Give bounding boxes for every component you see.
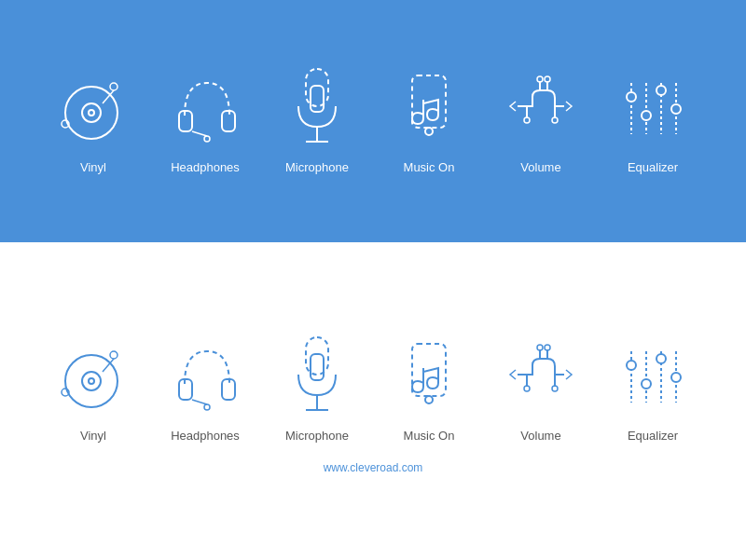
- svg-line-37: [192, 400, 207, 404]
- svg-rect-39: [311, 354, 324, 380]
- bottom-microphone-item: Microphone: [261, 328, 373, 443]
- svg-point-30: [89, 378, 94, 384]
- top-microphone-item: Microphone: [261, 60, 373, 174]
- svg-point-24: [627, 92, 636, 102]
- bottom-vinyl-label: Vinyl: [80, 429, 106, 443]
- svg-point-36: [204, 404, 210, 410]
- bottom-volume-item: Volume: [485, 328, 597, 443]
- top-headphones-icon: [163, 60, 247, 153]
- bottom-music-icon: [387, 328, 471, 421]
- top-music-item: Music On: [373, 60, 485, 174]
- svg-point-31: [110, 351, 117, 359]
- svg-point-8: [204, 136, 210, 142]
- top-microphone-label: Microphone: [285, 160, 349, 174]
- bottom-microphone-label: Microphone: [285, 429, 349, 443]
- svg-point-29: [82, 372, 101, 390]
- top-music-icon: [387, 60, 471, 153]
- svg-point-26: [656, 86, 666, 95]
- top-volume-icon: [499, 60, 583, 153]
- top-music-label: Music On: [404, 160, 455, 174]
- bottom-music-item: Music On: [373, 328, 485, 443]
- svg-point-25: [642, 111, 651, 120]
- svg-point-54: [656, 354, 666, 363]
- bottom-headphones-icon: [163, 328, 247, 421]
- top-volume-label: Volume: [520, 160, 560, 174]
- svg-rect-11: [311, 86, 324, 112]
- svg-point-27: [671, 104, 681, 114]
- bottom-volume-label: Volume: [520, 429, 560, 443]
- svg-point-43: [425, 396, 433, 403]
- svg-line-9: [192, 131, 207, 136]
- top-section: Vinyl Headphones: [0, 0, 746, 242]
- bottom-equalizer-item: Equalizer: [597, 328, 709, 443]
- svg-rect-10: [306, 69, 328, 106]
- top-headphones-label: Headphones: [171, 160, 240, 174]
- bottom-equalizer-label: Equalizer: [628, 429, 678, 443]
- bottom-icons-row: Vinyl Headphones: [37, 300, 709, 443]
- top-microphone-icon: [275, 60, 359, 153]
- svg-point-1: [82, 103, 101, 122]
- bottom-vinyl-icon: [51, 328, 135, 421]
- bottom-music-label: Music On: [404, 429, 455, 443]
- top-equalizer-icon: [611, 60, 695, 153]
- top-volume-item: Volume: [485, 60, 597, 174]
- top-equalizer-item: Equalizer: [597, 60, 709, 174]
- svg-point-15: [425, 128, 433, 135]
- footer-link[interactable]: www.cleveroad.com: [324, 461, 423, 474]
- top-headphones-item: Headphones: [149, 60, 261, 174]
- svg-point-2: [89, 110, 94, 116]
- top-equalizer-label: Equalizer: [628, 160, 678, 174]
- svg-point-3: [110, 83, 117, 90]
- bottom-equalizer-icon: [611, 328, 695, 421]
- top-icons-row: Vinyl Headphones: [37, 60, 709, 184]
- bottom-section: Vinyl Headphones: [0, 242, 746, 531]
- svg-rect-38: [306, 337, 328, 375]
- bottom-vinyl-item: Vinyl: [37, 328, 149, 443]
- bottom-volume-icon: [499, 328, 583, 421]
- svg-point-55: [671, 373, 681, 382]
- svg-point-53: [642, 379, 651, 389]
- bottom-microphone-icon: [275, 328, 359, 421]
- top-vinyl-icon: [51, 60, 135, 153]
- bottom-headphones-label: Headphones: [171, 429, 240, 443]
- svg-point-52: [627, 361, 636, 370]
- top-vinyl-item: Vinyl: [37, 60, 149, 174]
- bottom-headphones-item: Headphones: [149, 328, 261, 443]
- top-vinyl-label: Vinyl: [80, 160, 106, 174]
